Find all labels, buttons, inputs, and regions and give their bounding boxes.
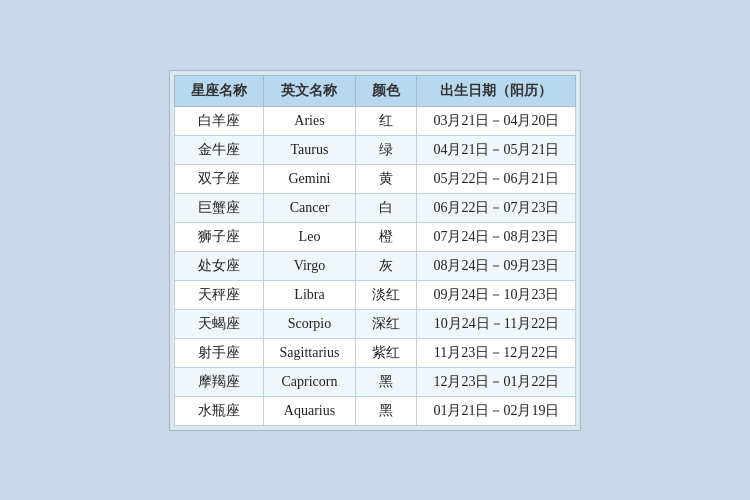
table-cell: 黑 <box>356 367 417 396</box>
table-cell: Gemini <box>263 164 356 193</box>
table-cell: 处女座 <box>174 251 263 280</box>
table-row: 射手座Sagittarius紫红11月23日－12月22日 <box>174 338 576 367</box>
zodiac-table-container: 星座名称 英文名称 颜色 出生日期（阳历） 白羊座Aries红03月21日－04… <box>169 70 582 431</box>
table-row: 水瓶座Aquarius黑01月21日－02月19日 <box>174 396 576 425</box>
table-cell: 天秤座 <box>174 280 263 309</box>
table-cell: 双子座 <box>174 164 263 193</box>
table-cell: 黑 <box>356 396 417 425</box>
table-cell: 橙 <box>356 222 417 251</box>
table-cell: 红 <box>356 106 417 135</box>
table-header-row: 星座名称 英文名称 颜色 出生日期（阳历） <box>174 75 576 106</box>
table-cell: 05月22日－06月21日 <box>417 164 576 193</box>
table-cell: 04月21日－05月21日 <box>417 135 576 164</box>
header-birthdate: 出生日期（阳历） <box>417 75 576 106</box>
table-row: 双子座Gemini黄05月22日－06月21日 <box>174 164 576 193</box>
table-cell: 07月24日－08月23日 <box>417 222 576 251</box>
table-cell: Scorpio <box>263 309 356 338</box>
table-cell: Virgo <box>263 251 356 280</box>
table-row: 摩羯座Capricorn黑12月23日－01月22日 <box>174 367 576 396</box>
table-cell: 灰 <box>356 251 417 280</box>
table-row: 巨蟹座Cancer白06月22日－07月23日 <box>174 193 576 222</box>
table-cell: 淡红 <box>356 280 417 309</box>
table-cell: 天蝎座 <box>174 309 263 338</box>
table-cell: Libra <box>263 280 356 309</box>
table-cell: 11月23日－12月22日 <box>417 338 576 367</box>
table-row: 天蝎座Scorpio深红10月24日－11月22日 <box>174 309 576 338</box>
table-cell: 01月21日－02月19日 <box>417 396 576 425</box>
table-cell: Sagittarius <box>263 338 356 367</box>
header-chinese-name: 星座名称 <box>174 75 263 106</box>
table-cell: 08月24日－09月23日 <box>417 251 576 280</box>
table-cell: 12月23日－01月22日 <box>417 367 576 396</box>
table-cell: 金牛座 <box>174 135 263 164</box>
header-color: 颜色 <box>356 75 417 106</box>
table-cell: 黄 <box>356 164 417 193</box>
zodiac-table: 星座名称 英文名称 颜色 出生日期（阳历） 白羊座Aries红03月21日－04… <box>174 75 577 426</box>
table-cell: Cancer <box>263 193 356 222</box>
table-row: 白羊座Aries红03月21日－04月20日 <box>174 106 576 135</box>
table-cell: 白 <box>356 193 417 222</box>
table-cell: 06月22日－07月23日 <box>417 193 576 222</box>
table-row: 狮子座Leo橙07月24日－08月23日 <box>174 222 576 251</box>
table-cell: Taurus <box>263 135 356 164</box>
table-cell: 巨蟹座 <box>174 193 263 222</box>
table-cell: 10月24日－11月22日 <box>417 309 576 338</box>
table-cell: 摩羯座 <box>174 367 263 396</box>
header-english-name: 英文名称 <box>263 75 356 106</box>
table-cell: 绿 <box>356 135 417 164</box>
table-cell: 03月21日－04月20日 <box>417 106 576 135</box>
table-cell: 水瓶座 <box>174 396 263 425</box>
table-row: 金牛座Taurus绿04月21日－05月21日 <box>174 135 576 164</box>
table-cell: 狮子座 <box>174 222 263 251</box>
table-row: 处女座Virgo灰08月24日－09月23日 <box>174 251 576 280</box>
table-cell: 紫红 <box>356 338 417 367</box>
table-cell: 白羊座 <box>174 106 263 135</box>
table-cell: Leo <box>263 222 356 251</box>
table-cell: Capricorn <box>263 367 356 396</box>
table-cell: 深红 <box>356 309 417 338</box>
table-row: 天秤座Libra淡红09月24日－10月23日 <box>174 280 576 309</box>
table-cell: Aries <box>263 106 356 135</box>
table-cell: 射手座 <box>174 338 263 367</box>
table-cell: Aquarius <box>263 396 356 425</box>
table-cell: 09月24日－10月23日 <box>417 280 576 309</box>
